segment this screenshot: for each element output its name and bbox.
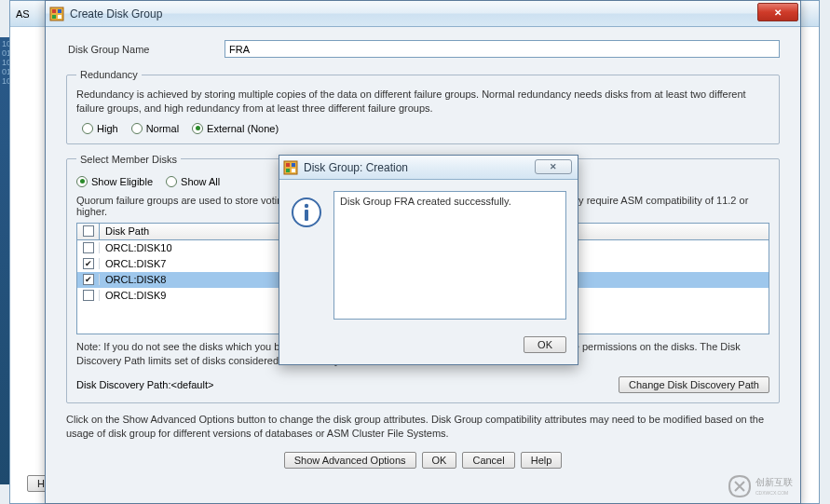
window-title: Create Disk Group <box>70 7 162 20</box>
radio-icon <box>166 176 177 187</box>
svg-rect-17 <box>305 210 308 221</box>
svg-rect-9 <box>58 15 61 19</box>
creation-result-dialog: Disk Group: Creation ✕ Disk Group FRA cr… <box>279 155 578 365</box>
svg-rect-13 <box>286 169 290 172</box>
app-icon <box>283 160 298 175</box>
show-all-radio[interactable]: Show All <box>166 176 220 187</box>
dialog-message: Disk Group FRA created successfully. <box>333 191 566 320</box>
svg-rect-7 <box>58 9 61 13</box>
dialog-titlebar[interactable]: Disk Group: Creation ✕ <box>279 156 578 180</box>
svg-rect-11 <box>286 163 290 167</box>
redundancy-legend: Redundancy <box>76 69 142 80</box>
member-disks-legend: Select Member Disks <box>76 154 181 165</box>
disk-group-name-label: Disk Group Name <box>66 44 225 55</box>
radio-icon <box>76 176 88 187</box>
svg-rect-8 <box>52 15 56 19</box>
show-advanced-options-button[interactable]: Show Advanced Options <box>284 452 416 469</box>
checkbox-icon <box>83 242 94 253</box>
titlebar[interactable]: Create Disk Group ✕ <box>46 1 800 27</box>
radio-icon <box>131 123 143 134</box>
dialog-title: Disk Group: Creation <box>304 161 408 174</box>
checkbox-icon <box>83 290 94 301</box>
show-eligible-radio[interactable]: Show Eligible <box>76 176 153 187</box>
advanced-options-summary: Click on the Show Advanced Options butto… <box>66 413 780 441</box>
info-icon <box>291 197 322 228</box>
dialog-close-icon[interactable]: ✕ <box>535 159 572 174</box>
svg-rect-6 <box>52 9 56 13</box>
redundancy-normal-radio[interactable]: Normal <box>131 123 179 134</box>
checkbox-icon <box>83 258 94 269</box>
redundancy-description: Redundancy is achieved by storing multip… <box>76 88 769 116</box>
outer-title: AS <box>16 8 30 20</box>
change-discovery-path-button[interactable]: Change Disk Discovery Path <box>619 376 769 393</box>
checkbox-icon <box>83 274 94 285</box>
close-icon[interactable]: ✕ <box>757 3 798 21</box>
row-checkbox[interactable] <box>77 274 100 285</box>
ok-button[interactable]: OK <box>422 452 457 469</box>
watermark-logo: 创新互联 CDXWCX.COM <box>724 472 826 500</box>
discovery-path-value: <default> <box>170 379 213 390</box>
svg-text:CDXWCX.COM: CDXWCX.COM <box>755 490 788 496</box>
header-checkbox[interactable] <box>77 224 100 240</box>
radio-icon <box>82 123 93 134</box>
disk-group-name-input[interactable] <box>225 40 780 58</box>
row-checkbox[interactable] <box>77 290 100 301</box>
discovery-path-label: Disk Discovery Path: <box>76 379 170 390</box>
redundancy-high-radio[interactable]: High <box>82 123 118 134</box>
svg-point-16 <box>305 204 308 208</box>
redundancy-fieldset: Redundancy Redundancy is achieved by sto… <box>66 69 780 144</box>
redundancy-external-radio[interactable]: External (None) <box>192 123 279 134</box>
cancel-button[interactable]: Cancel <box>462 452 514 469</box>
svg-rect-12 <box>292 163 295 167</box>
radio-icon <box>192 123 203 134</box>
svg-rect-14 <box>292 169 295 172</box>
checkbox-icon <box>83 225 94 237</box>
row-checkbox[interactable] <box>77 258 100 269</box>
dialog-ok-button[interactable]: OK <box>524 336 566 353</box>
row-checkbox[interactable] <box>77 242 100 253</box>
help-button[interactable]: Help <box>521 452 563 469</box>
svg-text:创新互联: 创新互联 <box>755 477 793 487</box>
app-icon <box>49 7 64 21</box>
